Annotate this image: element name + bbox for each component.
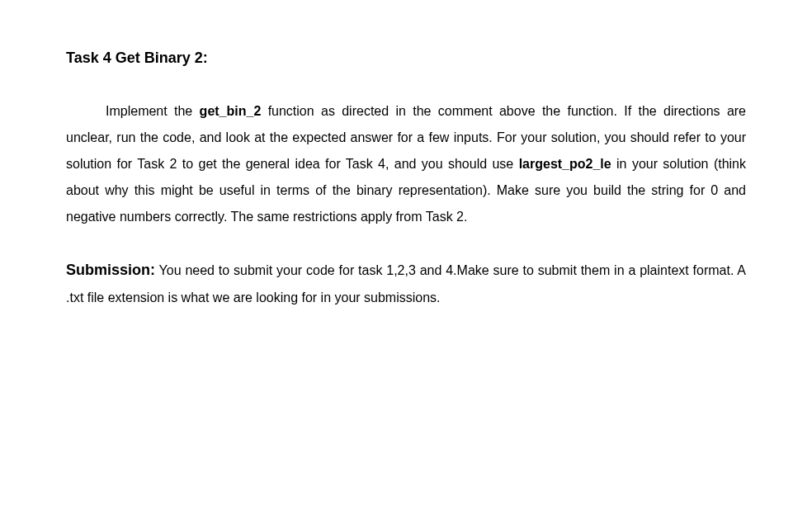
- submission-label: Submission:: [66, 262, 155, 278]
- task-desc-text-1: Implement the: [106, 104, 200, 118]
- submission-paragraph: Submission: You need to submit your code…: [66, 255, 746, 311]
- task-description-paragraph: Implement the get_bin_2 function as dire…: [66, 98, 746, 230]
- function-name-getbin2: get_bin_2: [200, 104, 262, 118]
- submission-text: You need to submit your code for task 1,…: [66, 263, 746, 305]
- function-name-largestpo2le: largest_po2_le: [519, 157, 611, 171]
- task-heading: Task 4 Get Binary 2:: [66, 50, 746, 67]
